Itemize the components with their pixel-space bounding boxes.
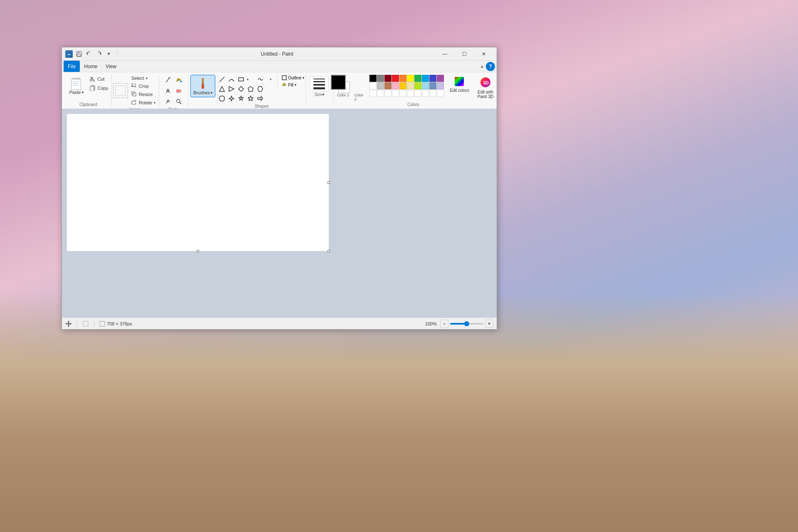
fill-button[interactable] — [174, 75, 184, 85]
menu-file[interactable]: File — [64, 61, 80, 72]
minimize-button[interactable]: — — [435, 47, 454, 61]
palette-color-r2-c2[interactable] — [377, 82, 384, 89]
palette-color-r3-c8[interactable] — [422, 90, 429, 97]
shape-rect-dropdown[interactable]: ▾ — [246, 75, 249, 84]
palette-color-r2-c9[interactable] — [429, 82, 436, 89]
palette-color-r1-c6[interactable] — [407, 75, 414, 82]
palette-color-r2-c6[interactable] — [407, 82, 414, 89]
palette-color-r2-c4[interactable] — [392, 82, 399, 89]
shape-line[interactable] — [217, 75, 227, 84]
palette-color-r3-c2[interactable] — [377, 90, 384, 97]
tools-grid: A — [163, 75, 184, 106]
shape-arrow[interactable] — [256, 94, 265, 103]
redo-button[interactable] — [94, 49, 103, 59]
palette-color-r2-c1[interactable] — [369, 82, 377, 89]
select-button[interactable]: Select ▾ — [130, 75, 157, 81]
shape-star6[interactable] — [246, 94, 255, 103]
size-selector[interactable]: Size ▾ — [308, 75, 330, 99]
shape-curve[interactable] — [227, 75, 236, 84]
palette-color-r3-c6[interactable] — [407, 90, 414, 97]
pencil-button[interactable] — [163, 75, 173, 85]
shape-freeform[interactable] — [256, 75, 265, 84]
cut-label: Cut — [98, 76, 105, 81]
svg-rect-2 — [77, 52, 80, 53]
color2-label: Color 2 — [355, 93, 365, 101]
shape-triangle[interactable] — [217, 84, 227, 94]
palette-color-r3-c10[interactable] — [437, 90, 444, 97]
palette-color-r3-c4[interactable] — [392, 90, 399, 97]
shape-diamond[interactable] — [236, 84, 246, 94]
palette-color-r3-c7[interactable] — [414, 90, 421, 97]
maximize-button[interactable]: ☐ — [455, 47, 474, 61]
magnifier-button[interactable] — [174, 96, 184, 106]
drawing-canvas[interactable] — [67, 114, 329, 251]
cut-button[interactable]: Cut — [88, 75, 110, 83]
eraser-button[interactable] — [174, 86, 184, 96]
brushes-button[interactable]: Brushes ▾ — [190, 75, 215, 97]
palette-color-r2-c10[interactable] — [437, 82, 444, 89]
save-button[interactable] — [74, 49, 84, 59]
palette-color-r1-c4[interactable] — [392, 75, 399, 82]
palette-color-r1-c7[interactable] — [414, 75, 421, 82]
shape-pentagon[interactable] — [246, 84, 255, 94]
palette-color-r1-c1[interactable] — [369, 75, 377, 82]
palette-color-r1-c9[interactable] — [429, 75, 436, 82]
outline-button[interactable]: Outline ▾ — [280, 75, 306, 81]
edit-colors-button[interactable]: Edit colors — [447, 75, 472, 94]
canvas-handle-right-center[interactable] — [328, 181, 330, 184]
resize-button[interactable]: Resize — [130, 91, 157, 98]
palette-color-r1-c8[interactable] — [422, 75, 429, 82]
palette-color-r3-c5[interactable] — [399, 90, 406, 97]
palette-color-r2-c7[interactable] — [414, 82, 421, 89]
svg-marker-47 — [239, 96, 243, 100]
svg-text:3D: 3D — [483, 80, 489, 85]
palette-color-r1-c2[interactable] — [377, 75, 384, 82]
zoom-out-button[interactable]: − — [440, 320, 448, 328]
palette-color-r2-c5[interactable] — [399, 82, 406, 89]
palette-color-r1-c10[interactable] — [437, 75, 444, 82]
close-button[interactable]: ✕ — [474, 47, 493, 61]
zoom-in-button[interactable]: + — [485, 320, 493, 328]
shape-hexagon[interactable] — [256, 84, 265, 94]
canvas-area[interactable] — [62, 109, 497, 318]
menu-home[interactable]: Home — [80, 61, 101, 72]
menu-view[interactable]: View — [101, 61, 121, 72]
copy-button[interactable]: Copy — [88, 84, 110, 92]
shape-star5[interactable] — [236, 94, 246, 103]
text-button[interactable]: A — [163, 86, 173, 96]
paint3d-icon: 3D — [480, 76, 491, 89]
edit-paint3d-button[interactable]: 3D Edit withPaint 3D — [475, 75, 496, 101]
crop-button[interactable]: Crop — [130, 82, 157, 90]
color1-swatch[interactable] — [331, 75, 346, 90]
palette-color-r2-c8[interactable] — [422, 82, 429, 89]
shapes-grid: ▾ — [217, 75, 265, 103]
undo-button[interactable] — [84, 49, 94, 59]
shape-rect[interactable] — [236, 75, 246, 84]
ribbon-collapse-arrow[interactable]: ▲ — [480, 64, 484, 69]
shape-star4[interactable] — [227, 94, 236, 103]
zoom-slider[interactable] — [450, 323, 483, 325]
paste-button[interactable]: Paste ▾ — [66, 75, 86, 96]
palette-color-r1-c3[interactable] — [384, 75, 392, 82]
shape-octagon[interactable] — [217, 94, 227, 103]
rotate-label: Rotate — [139, 100, 152, 105]
palette-color-r2-c3[interactable] — [384, 82, 392, 89]
canvas-handle-bottom-center[interactable] — [197, 250, 199, 252]
canvas-handle-bottom-right[interactable] — [328, 250, 330, 252]
rotate-button[interactable]: Rotate ▾ — [130, 99, 157, 106]
zoom-percentage: 100% — [425, 321, 437, 326]
quick-access-dropdown[interactable]: ▾ — [104, 49, 113, 59]
palette-color-r3-c1[interactable] — [369, 90, 377, 97]
palette-color-r3-c9[interactable] — [429, 90, 436, 97]
help-button[interactable]: ? — [486, 62, 495, 71]
color-picker-button[interactable] — [163, 96, 173, 106]
palette-color-r3-c3[interactable] — [384, 90, 392, 97]
shapes-more-dropdown[interactable]: ▾ — [267, 75, 274, 84]
svg-marker-41 — [229, 86, 234, 91]
fill-button[interactable]: Fill ▾ — [280, 82, 306, 88]
zoom-thumb[interactable] — [464, 321, 469, 326]
svg-rect-24 — [133, 93, 136, 96]
palette-color-r1-c5[interactable] — [399, 75, 406, 82]
shape-triangle2[interactable] — [227, 84, 236, 94]
size-line-4 — [313, 87, 325, 89]
